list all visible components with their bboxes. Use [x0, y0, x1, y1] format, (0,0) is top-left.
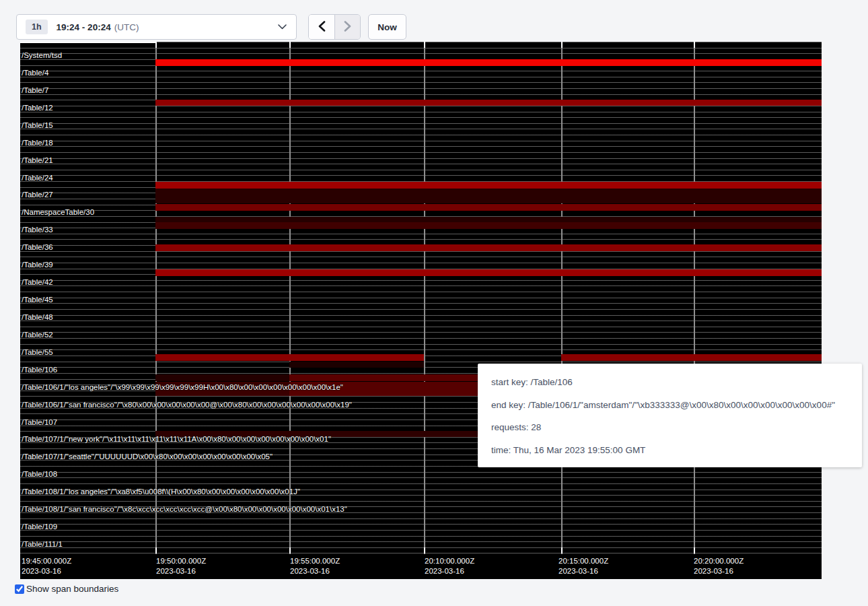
row-label: /Table/36: [22, 243, 53, 251]
chevron-right-icon: [344, 21, 351, 34]
span-boundary-tick: [561, 547, 563, 553]
prev-time-button[interactable]: [309, 15, 334, 39]
span-boundary-line: [20, 42, 155, 43]
row-label: /Table/55: [22, 348, 53, 356]
column-gridline: [694, 42, 695, 554]
time-range-label: 19:24 - 20:24: [57, 22, 111, 32]
timezone-label: (UTC): [114, 22, 139, 32]
axis-time: 20:15:00.000Z: [558, 556, 608, 566]
next-time-button[interactable]: [334, 15, 360, 39]
row-label: /Table/42: [22, 278, 53, 286]
tooltip-start-key: start key: /Table/106: [491, 371, 848, 394]
axis-date: 2023-03-16: [156, 566, 206, 576]
x-axis-label: 20:15:00.000Z2023-03-16: [558, 556, 608, 576]
heat-band: [155, 59, 822, 66]
row-label: /Table/107/1/"seattle"/"UUUUUUD\x00\x80\…: [22, 452, 273, 461]
heat-band: [289, 362, 424, 368]
row-label: /Table/27: [22, 191, 53, 199]
show-span-boundaries-checkbox[interactable]: [15, 584, 24, 594]
span-boundary-tick: [424, 42, 425, 48]
row-label: /Table/21: [22, 156, 53, 164]
x-axis-label: 20:10:00.000Z2023-03-16: [425, 556, 474, 576]
span-boundary-tick: [694, 42, 695, 48]
time-nav-button-group: [308, 14, 361, 40]
axis-date: 2023-03-16: [694, 566, 744, 576]
row-label: /Table/45: [22, 296, 53, 304]
row-label: /Table/48: [22, 313, 53, 321]
heat-band: [155, 100, 822, 106]
heat-band: [155, 189, 822, 203]
heat-band: [155, 374, 289, 381]
axis-time: 19:55:00.000Z: [290, 556, 340, 566]
time-range-dropdown[interactable]: 1h 19:24 - 20:24 (UTC): [16, 14, 297, 40]
tooltip-end-key: end key: /Table/106/1/"amsterdam"/"\xb33…: [491, 394, 848, 417]
axis-date: 2023-03-16: [22, 566, 71, 576]
column-gridline: [289, 42, 291, 554]
axis-date: 2023-03-16: [290, 566, 340, 576]
axis-time: 19:50:00.000Z: [156, 556, 206, 566]
axis-time: 19:45:00.000Z: [22, 556, 71, 566]
row-label: /Table/52: [22, 331, 53, 339]
row-label: /NamespaceTable/30: [22, 208, 94, 216]
row-label: /Table/33: [22, 226, 53, 234]
time-window-badge: 1h: [26, 20, 48, 34]
axis-time: 20:10:00.000Z: [425, 556, 474, 566]
heat-band: [155, 244, 822, 251]
row-label: /Table/108/1/"san francisco"/"\x8c\xcc\x…: [22, 505, 347, 513]
heat-band: [155, 222, 822, 229]
column-gridline: [561, 42, 563, 554]
column-gridline: [155, 42, 157, 554]
span-boundary-tick: [155, 547, 157, 553]
row-label: /Table/108: [22, 470, 57, 478]
row-label: /Table/7: [22, 86, 48, 94]
axis-time: 20:20:00.000Z: [694, 556, 744, 566]
row-label: /Table/107/1/"new york"/"\x11\x11\x11\x1…: [22, 435, 331, 443]
span-boundary-tick: [561, 42, 563, 48]
span-boundary-tick: [289, 547, 291, 553]
span-boundary-tick: [155, 42, 157, 48]
key-visualizer-heatmap[interactable]: /System/tsd/Table/4/Table/7/Table/12/Tab…: [20, 42, 822, 579]
row-label: /Table/111/1: [22, 540, 63, 548]
row-label: /System/tsd: [22, 51, 62, 59]
footer: Show span boundaries: [15, 584, 118, 594]
row-label: /Table/108/1/"los angeles"/"\xa8\xf5\u00…: [22, 487, 300, 496]
span-boundary-tick: [289, 42, 291, 48]
row-label: /Table/12: [22, 104, 53, 112]
toolbar: 1h 19:24 - 20:24 (UTC) Now: [16, 14, 406, 40]
row-label: /Table/106/1/"los angeles"/"\x99\x99\x99…: [22, 383, 343, 391]
row-label: /Table/18: [22, 139, 53, 147]
row-label: /Table/106/1/"san francisco"/"\x80\x00\x…: [22, 401, 352, 409]
heat-band: [155, 269, 822, 276]
heat-band: [155, 354, 424, 361]
heat-band: [561, 354, 822, 361]
row-label: /Table/4: [22, 69, 48, 77]
range-tooltip: start key: /Table/106 end key: /Table/10…: [478, 364, 862, 467]
row-label: /Table/39: [22, 261, 53, 269]
show-span-boundaries-label[interactable]: Show span boundaries: [26, 584, 118, 594]
horizontal-gridlines: [20, 42, 822, 554]
chevron-left-icon: [318, 21, 326, 34]
tooltip-time: time: Thu, 16 Mar 2023 19:55:00 GMT: [491, 439, 848, 462]
x-axis-label: 19:45:00.000Z2023-03-16: [22, 556, 71, 576]
tooltip-requests: requests: 28: [491, 416, 848, 439]
x-axis-label: 19:55:00.000Z2023-03-16: [290, 556, 340, 576]
x-axis-label: 19:50:00.000Z2023-03-16: [156, 556, 206, 576]
column-gridline: [424, 42, 425, 554]
row-label: /Table/106: [22, 366, 57, 374]
row-label: /Table/24: [22, 174, 53, 182]
row-label: /Table/109: [22, 523, 57, 531]
now-button[interactable]: Now: [368, 14, 406, 40]
x-axis-label: 20:20:00.000Z2023-03-16: [694, 556, 744, 576]
span-boundary-tick: [694, 547, 695, 553]
heat-band: [155, 182, 822, 189]
row-label: /Table/15: [22, 121, 53, 129]
axis-date: 2023-03-16: [425, 566, 474, 576]
span-boundary-tick: [424, 547, 425, 553]
axis-date: 2023-03-16: [558, 566, 608, 576]
heat-band: [155, 204, 822, 211]
chevron-down-icon: [278, 24, 287, 30]
row-label: /Table/107: [22, 418, 57, 426]
